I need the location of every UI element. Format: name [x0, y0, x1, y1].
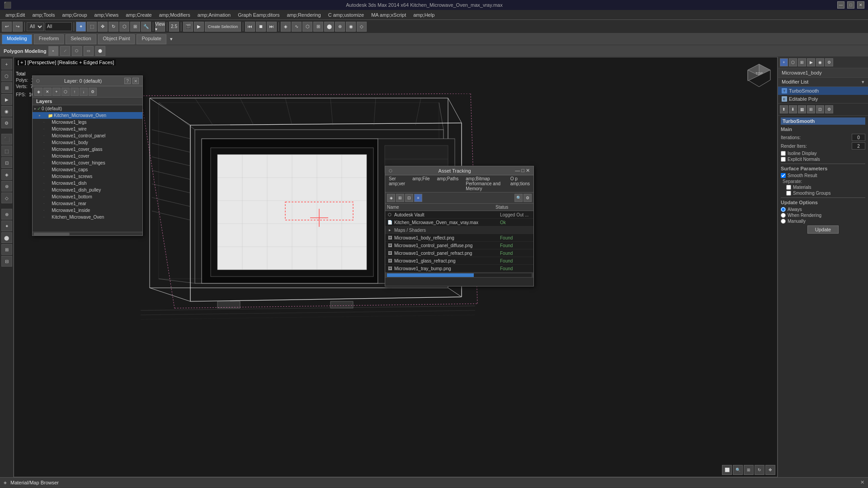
rpanel-settings-btn[interactable]: ⚙: [825, 105, 833, 113]
schematic-btn[interactable]: ⬡: [302, 22, 312, 32]
scrollbar-thumb[interactable]: [33, 233, 70, 235]
tool-a[interactable]: ⬛: [1, 134, 12, 145]
reference-button[interactable]: ⊞: [130, 22, 140, 32]
tool-b[interactable]: ⬚: [1, 145, 12, 156]
tool-d[interactable]: ◈: [1, 169, 12, 180]
forward-button[interactable]: ⏭: [267, 22, 277, 32]
display-icon[interactable]: ◉: [816, 58, 824, 66]
menu-help[interactable]: amp;Help: [410, 11, 438, 19]
layer-row[interactable]: ·Microwave1_cover_glass: [33, 146, 142, 153]
layer-row[interactable]: ·Microwave1_caps: [33, 166, 142, 173]
asset-settings-button[interactable]: ⚙: [524, 194, 532, 202]
materials-checkbox[interactable]: [786, 185, 791, 190]
layers-scrollbar[interactable]: [33, 232, 142, 235]
isoline-checkbox[interactable]: [781, 151, 786, 156]
layers-select-button[interactable]: ⬡: [61, 88, 70, 96]
menu-modifiers[interactable]: amp;Modifiers: [156, 11, 194, 19]
move-button[interactable]: ✥: [98, 22, 108, 32]
layers-close-button[interactable]: ✕: [132, 78, 139, 84]
utilities-icon[interactable]: ⚙: [825, 58, 833, 66]
smooth-result-checkbox[interactable]: [781, 173, 786, 178]
layers-delete-button[interactable]: ✕: [43, 88, 52, 96]
layer-row[interactable]: ·Kitchen_Microwave_Oven: [33, 214, 142, 221]
redo-button[interactable]: ↪: [13, 22, 23, 32]
extra-btn3[interactable]: ⊕: [335, 22, 345, 32]
layer-row[interactable]: ·Microwave1_dish_pulley: [33, 187, 142, 193]
hierarchy-tool[interactable]: ⊞: [1, 82, 12, 93]
select-button[interactable]: ✦: [76, 22, 86, 32]
subobj-border[interactable]: ⬡: [72, 46, 82, 56]
layers-add-button[interactable]: +: [52, 88, 61, 96]
asset-btn3[interactable]: ⊡: [405, 194, 413, 202]
layers-help-button[interactable]: ?: [124, 78, 131, 84]
maximize-viewport-button[interactable]: ⬜: [722, 465, 732, 475]
layers-list[interactable]: ▸✓0 (default)▸📁Kitchen_Microwave_Oven·Mi…: [33, 105, 142, 232]
curve-btn[interactable]: ∿: [292, 22, 302, 32]
menu-grapheditors[interactable]: Graph Eamp;ditors: [234, 11, 283, 19]
subobj-element[interactable]: ⬤: [95, 46, 105, 56]
render-iters-input[interactable]: [852, 142, 865, 150]
zoom-all-button[interactable]: ⊞: [744, 465, 754, 475]
asset-row[interactable]: 🖼Microwave1_body_reflect.pngFound: [385, 234, 533, 242]
zoom-button[interactable]: 🔍: [733, 465, 743, 475]
manually-radio[interactable]: [781, 219, 786, 224]
create-sel-button[interactable]: Create Selection: [205, 22, 241, 32]
subobj-vertex[interactable]: ▪: [48, 46, 58, 56]
asset-menu-server[interactable]: Ser amp;ver: [385, 175, 409, 192]
tool-h[interactable]: ✦: [1, 221, 12, 231]
asset-btn1[interactable]: ◈: [387, 194, 395, 202]
layer-row[interactable]: ·Microwave1_cover: [33, 153, 142, 160]
utilities-tool[interactable]: ⚙: [1, 117, 12, 128]
asset-row[interactable]: 🖼Microwave1_control_panel_refract.pngFou…: [385, 249, 533, 257]
menu-edit[interactable]: amp;Edit: [2, 11, 28, 19]
tool-e[interactable]: ⊛: [1, 181, 12, 192]
extra-btn2[interactable]: ⬤: [324, 22, 334, 32]
filter-dropdown[interactable]: All: [27, 22, 44, 31]
select-region-button[interactable]: ⬚: [87, 22, 97, 32]
layer-row[interactable]: ·Microwave1_screws: [33, 173, 142, 180]
layers-options-button[interactable]: ⚙: [89, 88, 97, 96]
menu-group[interactable]: amp;Group: [59, 11, 91, 19]
menu-create[interactable]: amp;Create: [122, 11, 155, 19]
asset-search-button[interactable]: 🔍: [514, 194, 523, 202]
layer-row[interactable]: ·Microwave1_legs: [33, 119, 142, 126]
iterations-input[interactable]: [852, 134, 865, 141]
explicit-normals-checkbox[interactable]: [781, 157, 786, 162]
layer-row[interactable]: ·Microwave1_body: [33, 139, 142, 146]
asset-menu-options[interactable]: O p amp;tions: [507, 175, 533, 192]
menu-tools[interactable]: amp;Tools: [28, 11, 58, 19]
snap-button[interactable]: 🔧: [141, 22, 151, 32]
menu-customize[interactable]: C amp;ustomize: [325, 11, 368, 19]
subobj-edge[interactable]: ⟋: [60, 46, 70, 56]
render-setup-button[interactable]: 🎬: [183, 22, 193, 32]
render-button[interactable]: ▶: [194, 22, 204, 32]
create-icon[interactable]: +: [780, 58, 788, 66]
motion-tool[interactable]: ▶: [1, 94, 12, 105]
pan-button[interactable]: ✥: [765, 465, 775, 475]
layer-row[interactable]: ·Microwave1_control_panel: [33, 132, 142, 139]
tool-k[interactable]: ⊟: [1, 256, 12, 267]
percent-btn[interactable]: 2.5: [169, 22, 179, 32]
modifier-editablepoly[interactable]: E Editable Poly: [778, 95, 868, 103]
asset-minimize-button[interactable]: —: [515, 168, 520, 174]
rpanel-btn4[interactable]: ⊞: [807, 105, 815, 113]
modifier-list-dropdown[interactable]: Modifier List ▾: [778, 78, 868, 87]
tool-j[interactable]: ⊞: [1, 244, 12, 255]
play-button[interactable]: ⏮: [245, 22, 255, 32]
asset-btn4[interactable]: ≡: [414, 194, 422, 202]
motion-icon[interactable]: ▶: [807, 58, 815, 66]
layer-row[interactable]: ▸✓0 (default): [33, 105, 142, 112]
asset-menu-paths[interactable]: amp;Paths: [433, 175, 462, 192]
layer-row[interactable]: ·Microwave1_cover_hinges: [33, 160, 142, 166]
tool-f[interactable]: ◇: [1, 192, 12, 203]
asset-row[interactable]: 🖼Microwave1_control_panel_diffuse.pngFou…: [385, 242, 533, 249]
subobj-poly[interactable]: ▭: [84, 46, 94, 56]
modifier-turbosmooth[interactable]: T TurboSmooth: [778, 87, 868, 95]
minimize-button[interactable]: —: [837, 1, 844, 9]
rpanel-btn5[interactable]: ⊡: [816, 105, 824, 113]
layers-down-button[interactable]: ↓: [80, 88, 88, 96]
scale-button[interactable]: ⬡: [119, 22, 129, 32]
menu-maxscript[interactable]: MA amp;xScript: [368, 11, 410, 19]
layers-new-button[interactable]: ◈: [34, 88, 42, 96]
rpanel-btn3[interactable]: ▦: [798, 105, 806, 113]
